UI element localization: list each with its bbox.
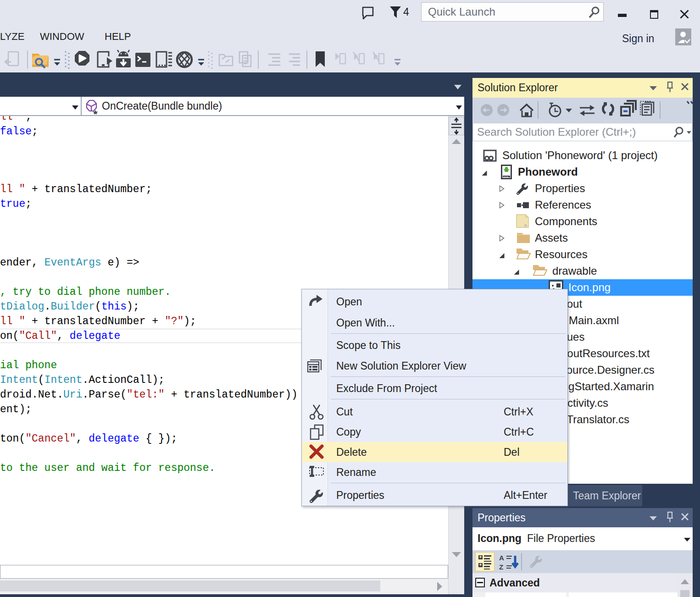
svg-text:A: A [499, 554, 504, 562]
svg-text:Z: Z [499, 563, 503, 571]
